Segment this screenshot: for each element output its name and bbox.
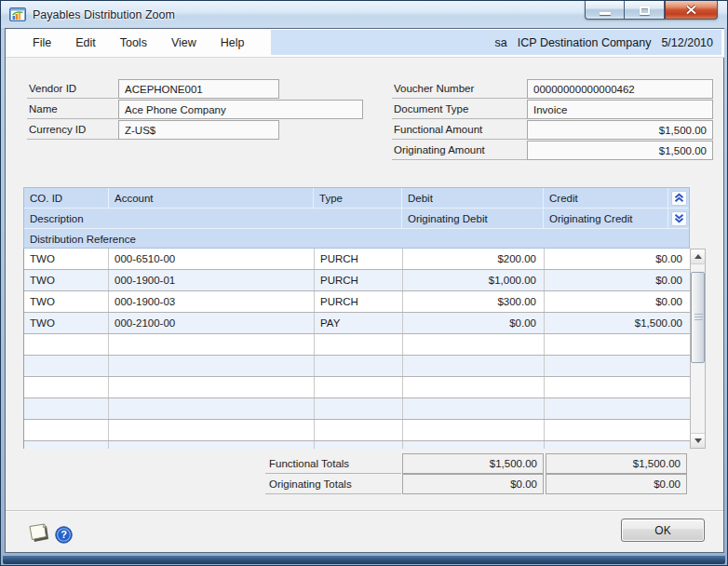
voucher-number-value: 00000000000000462 xyxy=(527,79,713,99)
vendor-id-value: ACEPHONE001 xyxy=(118,79,279,99)
table-row-empty[interactable] xyxy=(24,398,690,420)
cell-type: PURCH xyxy=(315,270,403,290)
collapse-rows-button[interactable] xyxy=(671,191,687,206)
table-row[interactable]: TWO 000-2100-00 PAY $0.00 $1,500.00 xyxy=(24,313,690,334)
cell-type: PURCH xyxy=(315,291,403,312)
cell-debit: $200.00 xyxy=(403,249,545,269)
cell-co-id: TWO xyxy=(24,313,109,333)
cell-account: 000-6510-00 xyxy=(109,249,315,269)
footer-divider xyxy=(6,510,723,512)
vendor-name-value: Ace Phone Company xyxy=(118,100,363,119)
menu-bar: File Edit Tools View Help sa ICP Destina… xyxy=(6,29,724,58)
chevron-up-icon xyxy=(673,193,685,203)
help-icon: ? xyxy=(55,526,73,544)
grid-scrollbar[interactable] xyxy=(690,249,706,449)
menu-tools[interactable]: Tools xyxy=(108,29,159,57)
svg-text:?: ? xyxy=(61,529,67,540)
cell-debit: $0.00 xyxy=(403,313,545,333)
table-row-empty[interactable] xyxy=(24,334,690,356)
cell-account: 000-1900-01 xyxy=(109,270,315,290)
table-row-empty[interactable] xyxy=(24,420,690,441)
status-company: ICP Destination Company xyxy=(518,36,652,49)
col-header-type: Type xyxy=(314,188,402,209)
grid-header: CO. ID Account Type Debit Credit Descrip… xyxy=(23,187,690,249)
statusbar: sa ICP Destination Company 5/12/2010 xyxy=(271,30,721,55)
notepad-icon xyxy=(26,522,50,544)
functional-totals-credit: $1,500.00 xyxy=(546,453,687,474)
scrollbar-grip-icon xyxy=(694,314,703,322)
grid-header-row-3: Distribution Reference xyxy=(24,229,689,249)
menu-edit[interactable]: Edit xyxy=(63,29,108,57)
col-header-distribution-reference: Distribution Reference xyxy=(24,229,689,249)
functional-amount-label: Functional Amount xyxy=(392,120,527,140)
menu-view[interactable]: View xyxy=(159,29,209,57)
vendor-name-field: Name Ace Phone Company xyxy=(27,100,363,119)
cell-debit: $300.00 xyxy=(403,291,545,312)
cell-type: PURCH xyxy=(315,249,403,269)
distribution-grid: TWO 000-6510-00 PURCH $200.00 $0.00 TWO … xyxy=(23,249,690,449)
scroll-up-icon xyxy=(694,254,702,259)
cell-credit: $0.00 xyxy=(545,249,690,269)
vendor-id-label: Vendor ID xyxy=(27,79,118,99)
cell-co-id: TWO xyxy=(24,249,109,269)
cell-account: 000-2100-00 xyxy=(109,313,315,333)
col-header-originating-credit: Originating Credit xyxy=(544,209,668,229)
cell-co-id: TWO xyxy=(24,270,109,290)
scroll-down-icon xyxy=(694,438,702,443)
originating-totals-label: Originating Totals xyxy=(265,474,401,494)
originating-amount-label: Originating Amount xyxy=(392,141,527,160)
originating-totals-debit: $0.00 xyxy=(402,474,544,494)
cell-credit: $0.00 xyxy=(545,270,690,290)
currency-id-value: Z-US$ xyxy=(118,120,279,140)
payables-distribution-zoom-window: Payables Distribution Zoom File Edit Too… xyxy=(0,0,728,566)
table-row[interactable]: TWO 000-1900-03 PURCH $300.00 $0.00 xyxy=(24,291,690,313)
currency-id-label: Currency ID xyxy=(27,120,118,140)
col-header-co-id: CO. ID xyxy=(24,188,109,209)
cell-account: 000-1900-03 xyxy=(109,291,315,312)
scroll-down-button[interactable] xyxy=(691,433,705,448)
grid-header-row-2: Description Originating Debit Originatin… xyxy=(24,209,689,229)
help-button[interactable]: ? xyxy=(55,526,73,544)
currency-id-field: Currency ID Z-US$ xyxy=(27,120,279,140)
cell-type: PAY xyxy=(315,313,403,333)
col-header-account: Account xyxy=(109,188,314,209)
voucher-number-label: Voucher Number xyxy=(392,79,527,99)
chevron-down-icon xyxy=(673,213,685,223)
originating-amount-field: Originating Amount $1,500.00 xyxy=(392,141,713,160)
cell-debit: $1,000.00 xyxy=(403,270,545,290)
table-row[interactable]: TWO 000-6510-00 PURCH $200.00 $0.00 xyxy=(24,249,690,270)
table-row-empty[interactable] xyxy=(24,441,690,449)
scroll-up-button[interactable] xyxy=(691,249,705,264)
menu-help[interactable]: Help xyxy=(209,29,257,57)
status-date: 5/12/2010 xyxy=(661,36,713,49)
table-row-empty[interactable] xyxy=(24,377,690,398)
collapse-rows-cell xyxy=(668,188,689,209)
status-user: sa xyxy=(495,36,507,49)
voucher-number-field: Voucher Number 00000000000000462 xyxy=(392,79,713,99)
document-type-field: Document Type Invoice xyxy=(392,100,713,119)
col-header-description: Description xyxy=(24,209,402,229)
vendor-name-label: Name xyxy=(27,100,118,119)
note-button[interactable] xyxy=(26,522,50,544)
table-row[interactable]: TWO 000-1900-01 PURCH $1,000.00 $0.00 xyxy=(24,270,690,291)
ok-button[interactable]: OK xyxy=(621,519,705,542)
expand-rows-cell xyxy=(668,209,689,229)
scrollbar-thumb[interactable] xyxy=(691,272,705,363)
menu-file[interactable]: File xyxy=(20,29,63,57)
col-header-credit: Credit xyxy=(544,188,668,209)
document-type-label: Document Type xyxy=(392,100,527,119)
col-header-debit: Debit xyxy=(402,188,544,209)
functional-amount-value: $1,500.00 xyxy=(527,120,713,140)
expand-rows-button[interactable] xyxy=(671,211,687,226)
originating-amount-value: $1,500.00 xyxy=(527,141,713,160)
col-header-originating-debit: Originating Debit xyxy=(402,209,544,229)
cell-credit: $1,500.00 xyxy=(545,313,690,333)
table-row-empty[interactable] xyxy=(24,356,690,377)
cell-credit: $0.00 xyxy=(545,291,690,312)
functional-totals-label: Functional Totals xyxy=(265,453,401,474)
grid-header-row-1: CO. ID Account Type Debit Credit xyxy=(24,188,689,209)
cell-co-id: TWO xyxy=(24,291,109,312)
vendor-id-field: Vendor ID ACEPHONE001 xyxy=(27,79,279,99)
document-type-value: Invoice xyxy=(527,100,713,119)
functional-totals-debit: $1,500.00 xyxy=(402,453,544,474)
